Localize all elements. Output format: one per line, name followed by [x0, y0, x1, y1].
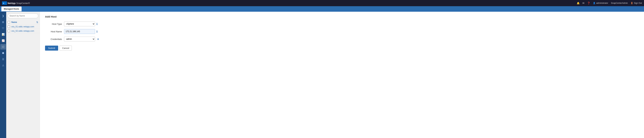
sidebar-item-hosts[interactable]: ⬡ — [0, 44, 6, 50]
search-box-wrap — [6, 12, 40, 20]
name-column-header: Name — [12, 21, 35, 23]
main-layout: ❯ ⊞ 🛡 📊 📈 ⬡ ⬢ ☰ ⚠ Name ⇅ ora_01.sddc.net… — [0, 12, 644, 138]
host-name-input[interactable] — [64, 29, 95, 34]
host-type-group: Host Type vSphere Windows Linux ℹ — [45, 21, 639, 26]
left-panel: Name ⇅ ora_01.sddc.netapp.com ora_02.sdd… — [6, 12, 40, 138]
list-item: ora_02.sddc.netapp.com — [6, 29, 40, 33]
credentials-group: Credentials admin ＋ — [45, 37, 639, 41]
credentials-control-wrap: admin ＋ — [64, 37, 100, 41]
host-type-label: Host Type — [45, 23, 64, 25]
svg-text:N: N — [3, 2, 4, 4]
select-all-checkbox[interactable] — [8, 21, 10, 23]
host-checkbox-2[interactable] — [8, 30, 10, 32]
netapp-logo-icon: N — [2, 1, 7, 5]
sidebar-item-shield[interactable]: 🛡 — [0, 25, 6, 31]
host-type-control-wrap: vSphere Windows Linux ℹ — [64, 21, 98, 26]
form-actions: Submit Cancel — [45, 46, 639, 51]
topbar-left: N NetApp SnapCenter® — [2, 1, 30, 5]
tab-label: Managed Hosts — [4, 8, 19, 10]
host-link-2[interactable]: ora_02.sddc.netapp.com — [12, 30, 34, 32]
topbar: N NetApp SnapCenter® 🔔 ✉ ❓ 👤 administrat… — [0, 0, 644, 6]
netapp-logo: N NetApp SnapCenter® — [2, 1, 30, 5]
managed-hosts-tab[interactable]: Managed Hosts — [2, 6, 22, 11]
sidebar-item-list[interactable]: ☰ — [0, 57, 6, 62]
icon-sidebar: ❯ ⊞ 🛡 📊 📈 ⬡ ⬢ ☰ ⚠ — [0, 12, 6, 138]
help-icon[interactable]: ❓ — [587, 2, 590, 4]
submit-button[interactable]: Submit — [45, 46, 58, 51]
sidebar-item-bar-chart[interactable]: 📈 — [0, 38, 6, 43]
sort-icon[interactable]: ⇅ — [36, 21, 38, 24]
bell-icon[interactable]: 🔔 — [577, 2, 580, 4]
signout-icon: 🚪 — [630, 2, 633, 4]
sidebar-item-collapse[interactable]: ❯ — [0, 13, 6, 19]
credentials-label: Credentials — [45, 38, 64, 40]
host-type-select[interactable]: vSphere Windows Linux — [64, 21, 95, 26]
credentials-select[interactable]: admin — [64, 37, 95, 41]
host-type-info-icon[interactable]: ℹ — [96, 22, 98, 26]
topbar-right: 🔔 ✉ ❓ 👤 administrator SnapCenterAdmin 🚪 … — [577, 2, 642, 4]
signout-button[interactable]: 🚪 Sign Out — [630, 2, 642, 4]
signout-label: Sign Out — [634, 2, 642, 4]
mail-icon[interactable]: ✉ — [582, 2, 584, 4]
host-checkbox-1[interactable] — [8, 25, 10, 28]
username-label: administrator — [596, 2, 608, 4]
list-header-row: Name ⇅ — [6, 20, 40, 25]
add-credentials-icon[interactable]: ＋ — [96, 37, 100, 41]
sidebar-item-apps[interactable]: ⊞ — [0, 19, 6, 25]
user-menu[interactable]: 👤 administrator — [593, 2, 608, 4]
sidebar-item-chart[interactable]: 📊 — [0, 32, 6, 37]
cancel-button[interactable]: Cancel — [60, 46, 72, 51]
host-link-1[interactable]: ora_01.sddc.netapp.com — [12, 25, 34, 28]
user-icon: 👤 — [593, 2, 596, 4]
sidebar-item-topology[interactable]: ⬢ — [0, 50, 6, 56]
sidebar-item-alert[interactable]: ⚠ — [0, 63, 6, 68]
search-input[interactable] — [8, 13, 38, 18]
add-host-title: Add Host — [45, 15, 639, 18]
brand-label: NetApp — [8, 2, 16, 4]
host-name-control-wrap: ℹ — [64, 29, 98, 34]
host-name-label: Host Name — [45, 30, 64, 33]
subbar: Managed Hosts — [0, 6, 644, 12]
content-panel: Add Host Host Type vSphere Windows Linux… — [40, 12, 644, 138]
product-label: SnapCenter® — [16, 2, 30, 4]
host-name-group: Host Name ℹ — [45, 29, 639, 34]
host-name-info-icon[interactable]: ℹ — [96, 30, 98, 33]
tenant-label: SnapCenterAdmin — [611, 2, 628, 4]
list-item: ora_01.sddc.netapp.com — [6, 25, 40, 29]
